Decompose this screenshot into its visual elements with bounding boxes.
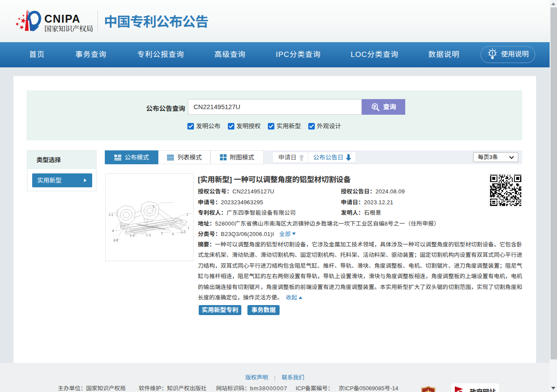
svg-text:4-8: 4-8 [113, 238, 118, 243]
svg-text:4: 4 [112, 229, 114, 233]
svg-text:3: 3 [153, 204, 154, 209]
svg-text:1-5: 1-5 [180, 230, 185, 234]
svg-text:1: 1 [187, 226, 189, 230]
svg-text:2: 2 [187, 212, 188, 216]
svg-text:6: 6 [172, 232, 174, 236]
svg-text:5: 5 [161, 231, 163, 236]
svg-text:1-4: 1-4 [130, 233, 135, 238]
svg-text:1-2: 1-2 [108, 213, 113, 217]
svg-text:1-3: 1-3 [146, 233, 150, 237]
